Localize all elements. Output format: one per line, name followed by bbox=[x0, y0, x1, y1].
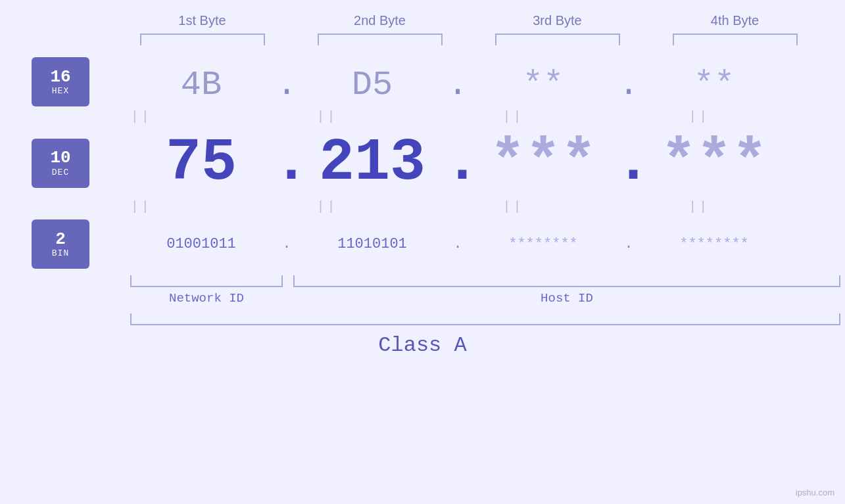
hex-badge-label: HEX bbox=[52, 86, 69, 96]
hex-byte-4: ** bbox=[642, 66, 786, 104]
dec-badge-label: DEC bbox=[52, 168, 69, 177]
bracket-2 bbox=[318, 34, 443, 45]
bin-byte-1: 01001011 bbox=[129, 236, 274, 252]
hex-row: 16 HEX 4B . D5 . ** . ** bbox=[0, 57, 845, 106]
bottom-section: Network ID Host ID Class A bbox=[0, 275, 845, 357]
bin-badge: 2 BIN bbox=[32, 219, 89, 269]
byte-label-3: 3rd Byte bbox=[485, 13, 630, 28]
id-labels-row: Network ID Host ID bbox=[130, 291, 840, 306]
net-bracket bbox=[130, 275, 283, 287]
hex-badge-num: 16 bbox=[50, 68, 70, 87]
dec-byte-4: *** bbox=[642, 129, 786, 196]
bin-sep-1: . bbox=[274, 236, 300, 252]
main-container: 1st Byte 2nd Byte 3rd Byte 4th Byte 16 H… bbox=[0, 0, 845, 504]
equals-row-2: || || || || bbox=[65, 199, 845, 214]
dec-byte-3: *** bbox=[471, 129, 616, 196]
dec-badge-num: 10 bbox=[50, 149, 70, 168]
equals-row-1: || || || || bbox=[65, 109, 845, 124]
hex-byte-3: ** bbox=[471, 66, 616, 104]
bin-byte-2: 11010101 bbox=[300, 236, 445, 252]
bin-row: 2 BIN 01001011 . 11010101 . ******** . *… bbox=[0, 219, 845, 269]
eq1-2: || bbox=[255, 109, 400, 124]
dec-sep-2: . bbox=[445, 129, 471, 196]
hex-sep-1: . bbox=[274, 66, 300, 104]
hex-sep-3: . bbox=[616, 66, 642, 104]
eq2-1: || bbox=[69, 199, 214, 214]
eq1-1: || bbox=[69, 109, 214, 124]
dec-sep-3: . bbox=[616, 129, 642, 196]
outer-bracket bbox=[130, 313, 840, 325]
hex-sep-2: . bbox=[445, 66, 471, 104]
host-bracket bbox=[293, 275, 840, 287]
host-id-label: Host ID bbox=[293, 291, 840, 306]
hex-byte-1: 4B bbox=[129, 66, 274, 104]
eq2-2: || bbox=[255, 199, 400, 214]
bin-badge-label: BIN bbox=[52, 248, 69, 258]
watermark: ipshu.com bbox=[796, 488, 834, 497]
hex-values: 4B . D5 . ** . ** bbox=[89, 59, 845, 104]
byte-label-4: 4th Byte bbox=[663, 13, 808, 28]
class-label: Class A bbox=[378, 333, 466, 357]
hex-byte-2: D5 bbox=[300, 66, 445, 104]
bin-byte-4: ******** bbox=[642, 236, 786, 252]
dec-byte-2: 213 bbox=[300, 129, 445, 196]
bin-values: 01001011 . 11010101 . ******** . *******… bbox=[89, 236, 845, 252]
hex-badge: 16 HEX bbox=[32, 57, 89, 106]
dec-row: 10 DEC 75 . 213 . *** . *** bbox=[0, 129, 845, 196]
network-id-label: Network ID bbox=[130, 291, 283, 306]
dec-sep-1: . bbox=[274, 129, 300, 196]
eq2-3: || bbox=[441, 199, 585, 214]
dec-byte-1: 75 bbox=[129, 129, 274, 196]
bracket-4 bbox=[673, 34, 798, 45]
dec-badge: 10 DEC bbox=[32, 139, 89, 188]
bin-sep-2: . bbox=[445, 236, 471, 252]
byte-label-1: 1st Byte bbox=[130, 13, 275, 28]
top-brackets bbox=[114, 34, 824, 45]
bin-sep-3: . bbox=[616, 236, 642, 252]
bin-byte-3: ******** bbox=[471, 236, 616, 252]
bracket-1 bbox=[140, 34, 265, 45]
eq2-4: || bbox=[627, 199, 771, 214]
dec-values: 75 . 213 . *** . *** bbox=[89, 129, 845, 196]
bin-badge-num: 2 bbox=[55, 230, 66, 249]
bracket-3 bbox=[495, 34, 620, 45]
eq1-3: || bbox=[441, 109, 585, 124]
byte-label-2: 2nd Byte bbox=[308, 13, 452, 28]
byte-headers: 1st Byte 2nd Byte 3rd Byte 4th Byte bbox=[114, 13, 824, 28]
eq1-4: || bbox=[627, 109, 771, 124]
class-row: Class A bbox=[0, 333, 845, 357]
bottom-bracket-row bbox=[130, 275, 840, 287]
